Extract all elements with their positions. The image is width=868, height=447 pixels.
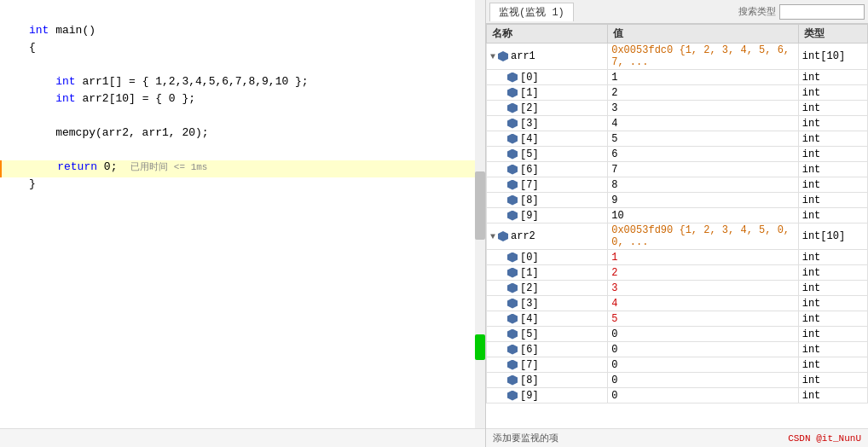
variable-icon [507, 195, 518, 206]
code-editor: int main() { int arr1[] = { 1,2,3,4,5,6,… [0, 0, 486, 447]
variable-icon [507, 360, 518, 370]
code-line: int arr1[] = { 1,2,3,4,5,6,7,8,9,10 }; [0, 75, 485, 92]
variable-icon [507, 73, 518, 83]
variable-icon [498, 231, 508, 241]
watch-panel: 监视(监视 1) 搜索类型 名称 值 类型 ▼ [486, 0, 868, 447]
table-row: [9] 10 int [487, 208, 868, 224]
table-row: [2] 3 int [487, 101, 868, 116]
scroll-position-indicator [475, 334, 485, 360]
variable-icon [507, 329, 518, 340]
arr1-name-cell: ▼ arr1 [490, 50, 604, 62]
table-row: [6] 0 int [487, 342, 868, 357]
arr1-type: int[10] [798, 44, 867, 70]
variable-icon [507, 134, 518, 144]
table-row: [2] 3 int [487, 281, 868, 296]
table-row: [5] 6 int [487, 147, 868, 162]
scroll-thumb[interactable] [475, 171, 485, 240]
table-row: [3] 4 int [487, 116, 868, 131]
table-row: [0] 1 int [487, 70, 868, 85]
collapse-arrow-2[interactable]: ▼ [490, 232, 495, 241]
code-content: int main() { int arr1[] = { 1,2,3,4,5,6,… [0, 0, 485, 428]
search-box: 搜索类型 [738, 4, 865, 20]
watch-tab[interactable]: 监视(监视 1) [489, 3, 574, 21]
arr2-label: arr2 [511, 230, 535, 242]
variable-icon [507, 165, 518, 175]
search-label: 搜索类型 [738, 5, 776, 18]
code-line: { [0, 41, 485, 58]
table-row: [8] 9 int [487, 193, 868, 208]
variable-icon [507, 314, 518, 324]
code-line [0, 7, 485, 24]
variable-icon [507, 268, 518, 278]
code-line: } [0, 177, 485, 194]
variable-icon [507, 253, 518, 263]
arr2-type: int[10] [798, 224, 867, 250]
code-line: int arr2[10] = { 0 }; [0, 92, 485, 109]
code-line [0, 58, 485, 75]
col-name: 名称 [487, 25, 608, 44]
editor-bottom-bar [0, 428, 485, 447]
search-input[interactable] [779, 4, 865, 20]
table-row: ▼ arr1 0x0053fdc0 {1, 2, 3, 4, 5, 6, 7, … [487, 44, 868, 70]
col-value: 值 [608, 25, 799, 44]
variable-icon [507, 88, 518, 98]
csdn-credit: CSDN @it_NunU [788, 433, 861, 444]
collapse-arrow[interactable]: ▼ [490, 52, 495, 61]
variable-icon [507, 211, 518, 221]
code-line: memcpy(arr2, arr1, 20); [0, 126, 485, 143]
arr1-value: 0x0053fdc0 {1, 2, 3, 4, 5, 6, 7, ... [608, 44, 799, 70]
code-line [0, 143, 485, 160]
code-line-return: return 0; 已用时间 <= 1ms [0, 160, 485, 177]
table-row: ▼ arr2 0x0053fd90 {1, 2, 3, 4, 5, 0, 0, … [487, 224, 868, 250]
col-type: 类型 [798, 25, 867, 44]
variable-icon [507, 149, 518, 160]
variable-icon [507, 299, 518, 309]
variable-icon [507, 180, 518, 190]
table-header-row: 名称 值 类型 [487, 25, 868, 44]
table-row: [8] 0 int [487, 373, 868, 388]
table-row: [4] 5 int [487, 131, 868, 147]
time-hint: 已用时间 <= 1ms [130, 162, 207, 172]
variable-icon [498, 51, 508, 61]
add-watch-label[interactable]: 添加要监视的项 [493, 432, 558, 444]
arr2-value: 0x0053fd90 {1, 2, 3, 4, 5, 0, 0, ... [608, 224, 799, 250]
table-row: [9] 0 int [487, 388, 868, 403]
variable-icon [507, 103, 518, 113]
table-row: [5] 0 int [487, 327, 868, 342]
code-line [0, 109, 485, 126]
variable-icon [507, 391, 518, 401]
table-row: [1] 2 int [487, 265, 868, 281]
variable-icon [507, 345, 518, 355]
watch-header: 监视(监视 1) 搜索类型 [486, 0, 868, 24]
variable-icon [507, 375, 518, 386]
table-row: [0] 1 int [487, 250, 868, 265]
arr1-label: arr1 [511, 50, 535, 62]
table-row: [3] 4 int [487, 296, 868, 311]
watch-footer: 添加要监视的项 CSDN @it_NunU [486, 428, 868, 447]
table-row: [6] 7 int [487, 162, 868, 177]
table-row: [7] 0 int [487, 357, 868, 373]
table-row: [4] 5 int [487, 311, 868, 327]
code-line: int main() [0, 24, 485, 41]
table-row: [7] 8 int [487, 177, 868, 193]
variable-icon [507, 119, 518, 129]
arr2-name-cell: ▼ arr2 [490, 230, 604, 242]
watch-table: 名称 值 类型 ▼ arr1 0x0053fdc0 {1, 2, 3, 4, [486, 24, 868, 428]
variable-icon [507, 283, 518, 293]
table-row: [1] 2 int [487, 85, 868, 101]
scrollbar[interactable] [475, 0, 485, 428]
